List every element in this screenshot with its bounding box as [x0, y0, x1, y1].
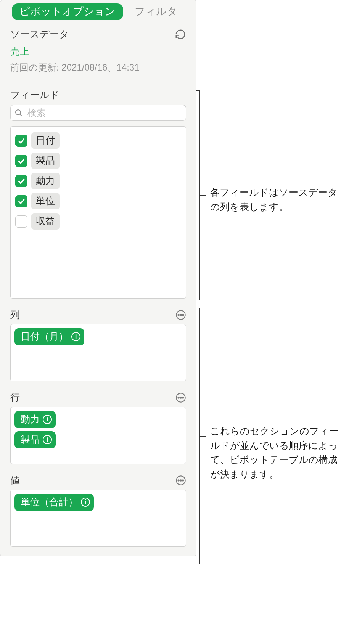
- svg-point-4: [180, 314, 181, 315]
- tab-bar: ピボットオプション フィルタ: [0, 0, 196, 22]
- svg-point-11: [178, 480, 179, 481]
- pill-label: 動力: [21, 413, 40, 426]
- fields-list[interactable]: 日付 製品 動力 単位: [10, 126, 186, 299]
- columns-dropzone[interactable]: 日付（月） i: [10, 324, 186, 381]
- refresh-button[interactable]: [175, 29, 186, 40]
- svg-point-7: [178, 397, 179, 398]
- field-row: 日付: [14, 130, 183, 151]
- info-icon[interactable]: i: [81, 498, 90, 507]
- callout-sections-text: これらのセクションのフィールドが並んでいる順序によって、ピボットテーブルの構成が…: [210, 424, 344, 481]
- tab-pivot-options[interactable]: ピボットオプション: [12, 3, 123, 20]
- field-checkbox-power[interactable]: [15, 175, 27, 187]
- svg-point-5: [182, 314, 183, 315]
- search-input[interactable]: [10, 105, 186, 121]
- pill-label: 日付（月）: [21, 330, 68, 343]
- source-header: ソースデータ: [10, 28, 186, 40]
- field-chip-power[interactable]: 動力: [31, 173, 60, 189]
- svg-point-9: [182, 397, 183, 398]
- field-row: 単位: [14, 191, 183, 211]
- values-more-button[interactable]: [175, 475, 186, 486]
- svg-point-12: [180, 480, 181, 481]
- rows-header: 行: [10, 391, 186, 404]
- field-checkbox-unit[interactable]: [15, 195, 27, 207]
- more-icon: [175, 310, 186, 320]
- bracket-sections: [199, 308, 200, 564]
- columns-title: 列: [10, 308, 20, 321]
- field-checkbox-product[interactable]: [15, 155, 27, 167]
- last-update-label: 前回の更新: 2021/08/16、14:31: [10, 61, 186, 80]
- check-icon: [17, 197, 26, 206]
- columns-header: 列: [10, 308, 186, 321]
- field-checkbox-revenue[interactable]: [15, 215, 27, 228]
- values-title: 値: [10, 474, 20, 487]
- rows-dropzone[interactable]: 動力 i 製品 i: [10, 407, 186, 464]
- field-row: 収益: [14, 211, 183, 231]
- more-icon: [175, 392, 186, 403]
- field-chip-product[interactable]: 製品: [31, 153, 60, 169]
- values-dropzone[interactable]: 単位（合計） i: [10, 490, 186, 547]
- pill-label: 単位（合計）: [21, 496, 78, 508]
- rows-title: 行: [10, 391, 20, 404]
- field-chip-revenue[interactable]: 収益: [31, 213, 60, 230]
- tab-filter[interactable]: フィルタ: [127, 3, 185, 20]
- callout-fields-text: 各フィールドはソースデータの列を表します。: [210, 185, 344, 214]
- source-data-label: ソースデータ: [10, 28, 69, 40]
- source-name[interactable]: 売上: [10, 45, 186, 58]
- pill-product[interactable]: 製品 i: [14, 431, 56, 448]
- check-icon: [17, 177, 26, 185]
- more-icon: [175, 475, 186, 486]
- svg-point-3: [178, 314, 179, 315]
- field-row: 動力: [14, 171, 183, 191]
- info-icon[interactable]: i: [43, 415, 52, 424]
- pill-unit-sum[interactable]: 単位（合計） i: [14, 494, 94, 511]
- check-icon: [17, 157, 26, 165]
- search-wrap: [10, 105, 186, 121]
- svg-point-8: [180, 397, 181, 398]
- pill-power[interactable]: 動力 i: [14, 411, 56, 428]
- columns-more-button[interactable]: [175, 310, 186, 320]
- refresh-icon: [175, 29, 186, 40]
- panel-content: ソースデータ 売上 前回の更新: 2021/08/16、14:31 フィールド: [0, 22, 196, 556]
- rows-more-button[interactable]: [175, 392, 186, 403]
- field-chip-unit[interactable]: 単位: [31, 193, 60, 209]
- bracket-fields: [199, 90, 200, 300]
- check-icon: [17, 137, 26, 145]
- values-header: 値: [10, 474, 186, 487]
- callouts: 各フィールドはソースデータの列を表します。 これらのセクションのフィールドが並ん…: [196, 0, 349, 556]
- svg-point-13: [182, 480, 183, 481]
- pivot-options-panel: ピボットオプション フィルタ ソースデータ 売上 前回の更新: 2021/08/…: [0, 0, 196, 556]
- fields-label: フィールド: [10, 88, 186, 101]
- pill-label: 製品: [21, 433, 40, 446]
- field-chip-date[interactable]: 日付: [31, 132, 60, 149]
- search-icon: [14, 108, 23, 117]
- field-row: 製品: [14, 151, 183, 171]
- svg-line-1: [20, 114, 22, 116]
- info-icon[interactable]: i: [71, 332, 80, 341]
- pill-date-month[interactable]: 日付（月） i: [14, 328, 84, 345]
- svg-point-0: [16, 110, 21, 115]
- field-checkbox-date[interactable]: [15, 135, 27, 147]
- info-icon[interactable]: i: [43, 435, 52, 444]
